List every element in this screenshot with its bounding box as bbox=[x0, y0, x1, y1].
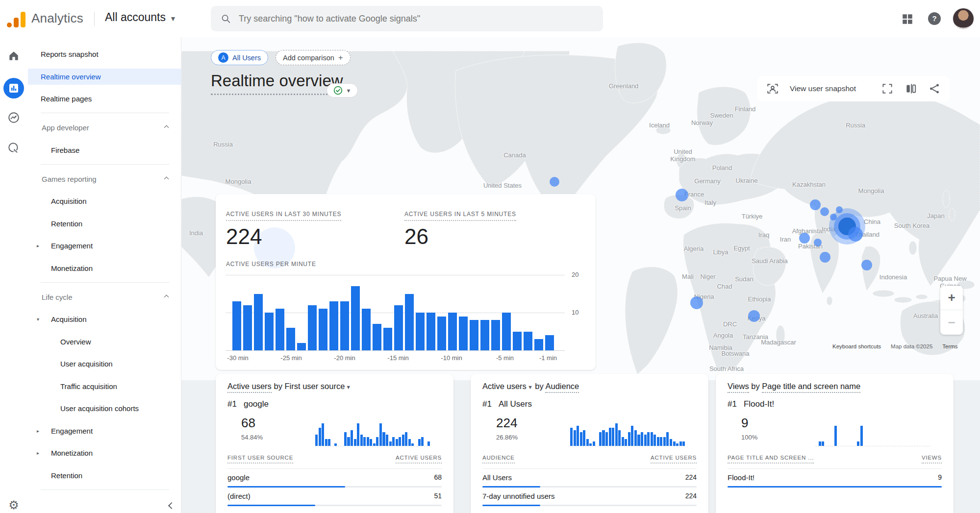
map-country-label: Mongolia bbox=[226, 178, 251, 185]
home-icon[interactable] bbox=[5, 48, 22, 64]
sidebar-item-games-reporting[interactable]: Games reporting bbox=[28, 171, 181, 187]
app-header: Analytics All accounts▼ ? bbox=[0, 0, 980, 37]
per-minute-bar bbox=[383, 328, 392, 350]
search-icon bbox=[221, 13, 231, 24]
table-col2-header: ACTIVE USERS bbox=[651, 455, 697, 464]
chevron-right-icon[interactable]: ▸ bbox=[37, 243, 39, 248]
explore-icon[interactable] bbox=[5, 109, 22, 126]
reports-icon[interactable] bbox=[3, 78, 24, 98]
avatar[interactable] bbox=[953, 8, 974, 29]
sidebar-item-retention[interactable]: Retention bbox=[28, 467, 181, 484]
sparkline-bar bbox=[673, 441, 676, 446]
advertising-icon[interactable] bbox=[5, 140, 22, 156]
map-country-label: Libya bbox=[713, 248, 728, 256]
sparkline-bar bbox=[612, 428, 614, 446]
sidebar-item-overview[interactable]: Overview bbox=[28, 334, 181, 350]
apps-grid-icon[interactable] bbox=[901, 13, 914, 25]
analytics-logo-icon[interactable] bbox=[7, 10, 25, 27]
chevron-up-icon[interactable] bbox=[164, 176, 169, 181]
check-circle-icon bbox=[333, 86, 343, 95]
report-status-dropdown[interactable]: ▼ bbox=[327, 83, 358, 98]
sidebar-item-user-acquisition-cohorts[interactable]: User acquisition cohorts bbox=[28, 400, 181, 416]
active-users-30min-label: ACTIVE USERS IN LAST 30 MINUTES bbox=[226, 211, 341, 221]
sparkline-bar bbox=[625, 439, 627, 446]
map-country-label: Kazakhstan bbox=[792, 181, 826, 188]
per-minute-bar bbox=[265, 313, 274, 350]
chevron-down-icon[interactable]: ▾ bbox=[37, 317, 39, 322]
sparkline-chart bbox=[815, 423, 930, 446]
sparkline-bar bbox=[834, 426, 837, 446]
sidebar-item-label: Overview bbox=[60, 338, 91, 346]
chevron-right-icon[interactable]: ▸ bbox=[37, 450, 39, 456]
search-bar[interactable] bbox=[211, 6, 603, 31]
card-title-segment: by bbox=[533, 382, 546, 391]
sparkline-bar bbox=[315, 435, 318, 446]
sparkline-bar bbox=[367, 437, 369, 446]
active-user-map-dot bbox=[814, 239, 822, 246]
sidebar-item-retention[interactable]: Retention bbox=[28, 216, 181, 232]
sparkline-bar bbox=[641, 432, 643, 446]
search-input[interactable] bbox=[239, 14, 593, 24]
sidebar-item-traffic-acquisition[interactable]: Traffic acquisition bbox=[28, 378, 181, 394]
sidebar-item-label: Games reporting bbox=[42, 175, 97, 183]
map-zoom-in-button[interactable]: + bbox=[940, 286, 963, 310]
sidebar-item-realtime-pages[interactable]: Realtime pages bbox=[28, 91, 181, 107]
chevron-up-icon[interactable] bbox=[164, 125, 169, 130]
card-title[interactable]: Views by Page title and screen name bbox=[728, 382, 942, 391]
top-dimension-name: All Users bbox=[499, 399, 532, 409]
sidebar-item-app-developer[interactable]: App developer bbox=[28, 120, 181, 136]
sidebar-item-label: Acquisition bbox=[51, 197, 87, 205]
sidebar-item-monetization[interactable]: Monetization bbox=[28, 260, 181, 276]
view-user-snapshot-button[interactable]: View user snapshot bbox=[790, 84, 856, 93]
sidebar-item-user-acquisition[interactable]: User acquisition bbox=[28, 356, 181, 372]
map-country-label: Algeria bbox=[684, 245, 704, 252]
rank-badge: #1 bbox=[227, 399, 237, 409]
sidebar-item-firebase[interactable]: Firebase bbox=[28, 142, 181, 158]
account-selector[interactable]: All accounts▼ bbox=[105, 11, 176, 24]
collapse-sidebar-icon[interactable] bbox=[168, 502, 175, 509]
card-title[interactable]: Active users by First user source▼ bbox=[227, 382, 442, 391]
map-terms-link[interactable]: Terms bbox=[942, 343, 957, 349]
row-dimension: All Users bbox=[482, 473, 512, 482]
per-minute-bar bbox=[340, 301, 349, 350]
chevron-right-icon[interactable]: ▸ bbox=[37, 428, 39, 434]
sidebar-item-acquisition[interactable]: Acquisition bbox=[28, 193, 181, 209]
sidebar-item-acquisition[interactable]: ▾Acquisition bbox=[28, 311, 181, 327]
card-title[interactable]: Active users▼ by Audience bbox=[482, 382, 697, 391]
sidebar-item-label: Realtime pages bbox=[41, 95, 92, 103]
x-axis-tick: -15 min bbox=[387, 354, 408, 362]
per-minute-bar bbox=[502, 313, 511, 350]
chevron-down-icon[interactable]: ▼ bbox=[346, 384, 351, 390]
keyboard-shortcuts-link[interactable]: Keyboard shortcuts bbox=[832, 343, 881, 349]
chevron-down-icon[interactable]: ▼ bbox=[528, 384, 533, 390]
fullscreen-icon[interactable] bbox=[881, 82, 894, 95]
add-comparison-button[interactable]: Add comparison + bbox=[276, 50, 351, 65]
per-minute-bar bbox=[297, 343, 306, 350]
sparkline-bar bbox=[396, 439, 398, 446]
sidebar-item-life-cycle[interactable]: Life cycle bbox=[28, 289, 181, 305]
chevron-up-icon[interactable] bbox=[164, 294, 169, 299]
map-country-label: Australia bbox=[913, 312, 938, 319]
comparison-chip-all-users[interactable]: A All Users bbox=[211, 50, 268, 65]
user-snapshot-icon[interactable] bbox=[766, 82, 779, 95]
share-icon[interactable] bbox=[928, 82, 941, 95]
sparkline-bar bbox=[570, 428, 573, 446]
map-zoom-out-button[interactable]: − bbox=[940, 310, 963, 335]
help-icon[interactable]: ? bbox=[928, 12, 941, 25]
sparkline-bar bbox=[399, 437, 401, 446]
sparkline-bar bbox=[376, 437, 378, 446]
sidebar-item-engagement[interactable]: ▸Engagement bbox=[28, 238, 181, 254]
sparkline-bar bbox=[408, 439, 411, 446]
row-dimension: google bbox=[227, 473, 250, 482]
sidebar-item-reports-snapshot[interactable]: Reports snapshot bbox=[28, 46, 181, 62]
sidebar-item-realtime-overview[interactable]: Realtime overview bbox=[28, 69, 181, 85]
sparkline-bar bbox=[386, 435, 388, 446]
row-bar-fill bbox=[227, 486, 345, 488]
top-dimension-percent: 54.84% bbox=[241, 434, 263, 441]
table-row: google68 bbox=[227, 473, 442, 488]
x-axis-tick: -1 min bbox=[539, 354, 557, 362]
sidebar-item-monetization[interactable]: ▸Monetization bbox=[28, 445, 181, 461]
sidebar-item-engagement[interactable]: ▸Engagement bbox=[28, 423, 181, 439]
admin-gear-icon[interactable]: ⚙ bbox=[5, 497, 22, 513]
compare-reports-icon[interactable] bbox=[905, 82, 917, 95]
